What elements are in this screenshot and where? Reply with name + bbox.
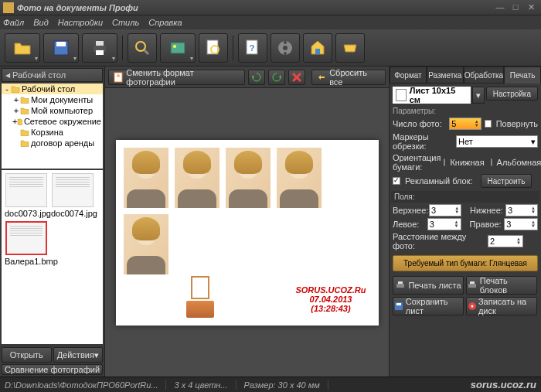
num-photos-input[interactable]: 5▲▼ xyxy=(449,118,481,130)
brand: sorus.ucoz.ru xyxy=(471,379,536,390)
magnify-button[interactable] xyxy=(128,33,157,63)
svg-point-18 xyxy=(345,53,349,56)
tree-item[interactable]: Корзина xyxy=(2,127,103,138)
menu-view[interactable]: Вид xyxy=(33,18,49,27)
print-sheet: SORUS.UCOZ.Ru 07.04.2013 (13:28:43) xyxy=(116,140,379,326)
margins-header: Поля: xyxy=(391,191,539,203)
center-panel: Сменить формат фотографии Сбросить все S… xyxy=(105,66,389,377)
change-format-button[interactable]: Сменить формат фотографии xyxy=(108,70,245,85)
crop-markers-label: Маркеры обрезки: xyxy=(393,132,453,151)
help-button[interactable]: ? xyxy=(238,33,267,63)
titlebar: Фото на документы Профи — □ ✕ xyxy=(0,0,541,15)
settings-button[interactable]: Настройка xyxy=(486,87,538,101)
num-photos-label: Число фото: xyxy=(393,119,446,128)
compare-button[interactable]: Сравнение фотографий xyxy=(2,364,103,375)
burn-disc-button[interactable]: Записать на диск xyxy=(466,297,537,315)
svg-point-14 xyxy=(283,46,288,50)
params-label: Параметры: xyxy=(393,107,538,115)
tree-item[interactable]: -Рабочий стол xyxy=(2,84,103,94)
margin-right-input[interactable]: 3▲▼ xyxy=(504,218,538,230)
thumbnail[interactable]: doc0074.jpg xyxy=(51,173,94,218)
spacing-input[interactable]: 2▲▼ xyxy=(488,235,523,247)
svg-rect-7 xyxy=(171,43,185,53)
menubar: Файл Вид Настройки Стиль Справка xyxy=(0,15,541,29)
paper-format-dropdown[interactable]: ▾ xyxy=(472,87,485,104)
paper-requirement: Требуемый тип бумаги: Глянцевая xyxy=(393,255,538,271)
ad-text: SORUS.UCOZ.Ru 07.04.2013 (13:28:43) xyxy=(295,285,366,313)
tab-print[interactable]: Печать xyxy=(504,66,541,84)
folder-tree[interactable]: -Рабочий стол+Мои документы+Мой компьюте… xyxy=(2,84,103,169)
preview-photo xyxy=(124,214,168,274)
thumbnail[interactable]: doc0073.jpg xyxy=(5,173,48,218)
save-sheet-button[interactable]: Сохранить лист xyxy=(393,297,464,315)
center-toolbar: Сменить формат фотографии Сбросить все xyxy=(105,66,389,88)
svg-rect-27 xyxy=(396,303,401,305)
svg-text:?: ? xyxy=(250,43,255,53)
left-panel: Рабочий стол -Рабочий стол+Мои документы… xyxy=(0,66,105,377)
status-color: 3 x 4 цветн... xyxy=(174,380,236,390)
preview-canvas: SORUS.UCOZ.Ru 07.04.2013 (13:28:43) xyxy=(105,88,389,377)
adblock-configure-button[interactable]: Настроить xyxy=(481,174,532,188)
preview-photo xyxy=(277,148,322,208)
reset-all-button[interactable]: Сбросить все xyxy=(311,70,386,85)
image-tool-button[interactable] xyxy=(160,33,196,63)
delete-button[interactable] xyxy=(288,70,305,85)
preview-photo xyxy=(226,148,270,208)
rotate-left-button[interactable] xyxy=(248,70,265,85)
maximize-button[interactable]: □ xyxy=(509,2,522,13)
ad-icon xyxy=(182,274,219,318)
minimize-button[interactable]: — xyxy=(493,2,507,13)
close-button[interactable]: ✕ xyxy=(524,2,538,13)
rotate-checkbox[interactable] xyxy=(485,120,492,128)
save-button[interactable] xyxy=(43,33,79,63)
cart-button[interactable] xyxy=(335,33,365,63)
menu-style[interactable]: Стиль xyxy=(112,18,139,27)
svg-rect-24 xyxy=(468,284,476,288)
adblock-checkbox[interactable] xyxy=(393,177,400,185)
print-button[interactable] xyxy=(82,33,117,63)
video-button[interactable] xyxy=(270,33,300,63)
statusbar: D:\Downloads\ФотодокПРО60PortRu... 3 x 4… xyxy=(0,377,541,392)
svg-rect-4 xyxy=(96,50,104,55)
thumbnail[interactable]: Валера1.bmp xyxy=(5,221,48,266)
thumbnail-list[interactable]: doc0073.jpgdoc0074.jpgВалера1.bmp xyxy=(2,170,103,344)
open-button[interactable]: Открыть xyxy=(2,347,52,363)
open-folder-button[interactable] xyxy=(5,33,40,63)
home-button[interactable] xyxy=(303,33,332,63)
tree-item[interactable]: договор аренды xyxy=(2,138,103,148)
actions-button[interactable]: Действия ▾ xyxy=(53,347,104,363)
menu-settings[interactable]: Настройки xyxy=(58,18,103,27)
menu-help[interactable]: Справка xyxy=(148,18,182,27)
tab-processing[interactable]: Обработка xyxy=(464,66,504,84)
preview-photo xyxy=(175,148,219,208)
tree-item[interactable]: +Мой компьютер xyxy=(2,105,103,116)
crop-markers-select[interactable]: Нет▾ xyxy=(456,135,538,148)
rotate-right-button[interactable] xyxy=(268,70,285,85)
window-title: Фото на документы Профи xyxy=(17,3,492,12)
tab-format[interactable]: Формат xyxy=(390,66,427,84)
orientation-portrait-radio[interactable] xyxy=(444,159,445,166)
tree-item[interactable]: +Мои документы xyxy=(2,94,103,105)
main-toolbar: ? xyxy=(0,29,541,66)
tab-layout[interactable]: Разметка xyxy=(427,66,464,84)
margin-top-input[interactable]: 3▲▼ xyxy=(429,204,461,216)
paper-format-select[interactable]: Лист 10x15 см xyxy=(393,87,471,104)
menu-file[interactable]: Файл xyxy=(3,18,24,27)
svg-point-29 xyxy=(471,305,474,308)
margin-bottom-input[interactable]: 3▲▼ xyxy=(505,204,538,216)
svg-point-16 xyxy=(284,52,287,55)
print-blocks-button[interactable]: Печать блоков xyxy=(466,276,537,295)
orientation-landscape-radio[interactable] xyxy=(491,159,492,166)
orientation-label: Ориентация бумаги: xyxy=(393,153,441,172)
svg-rect-1 xyxy=(56,42,66,46)
print-sheet-button[interactable]: Печать листа xyxy=(393,276,464,295)
margin-left-input[interactable]: 3▲▼ xyxy=(427,218,461,230)
svg-rect-22 xyxy=(396,284,404,288)
tree-item[interactable]: +Сетевое окружение xyxy=(2,116,103,127)
svg-rect-3 xyxy=(96,41,104,46)
svg-rect-17 xyxy=(315,49,320,54)
svg-point-21 xyxy=(117,74,120,77)
search-sheet-button[interactable] xyxy=(199,33,228,63)
folder-header[interactable]: Рабочий стол xyxy=(2,68,103,82)
svg-point-8 xyxy=(173,45,176,48)
